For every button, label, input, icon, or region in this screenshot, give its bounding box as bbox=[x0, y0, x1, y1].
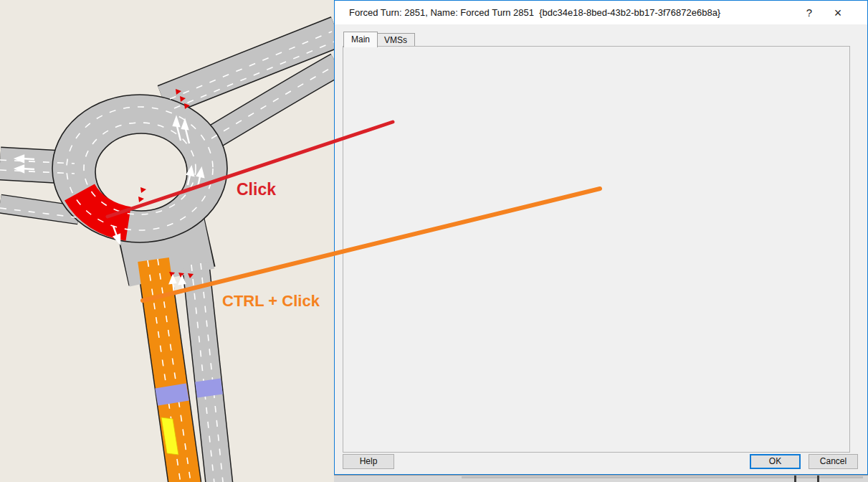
tab-main[interactable]: Main bbox=[343, 32, 378, 47]
forced-turn-dialog: Forced Turn: 2851, Name: Forced Turn 285… bbox=[334, 0, 868, 475]
cancel-button[interactable]: Cancel bbox=[809, 454, 858, 469]
dialog-titlebar[interactable]: Forced Turn: 2851, Name: Forced Turn 285… bbox=[335, 1, 867, 24]
help-button[interactable]: Help bbox=[343, 454, 394, 469]
ok-button[interactable]: OK bbox=[750, 454, 801, 469]
background-window-edge bbox=[334, 475, 868, 482]
dialog-title: Forced Turn: 2851, Name: Forced Turn 285… bbox=[349, 7, 720, 18]
tab-pane bbox=[343, 46, 850, 453]
help-caption-button[interactable]: ? bbox=[798, 4, 820, 22]
tab-vmss[interactable]: VMSs bbox=[376, 33, 415, 47]
close-icon[interactable]: × bbox=[827, 4, 849, 22]
